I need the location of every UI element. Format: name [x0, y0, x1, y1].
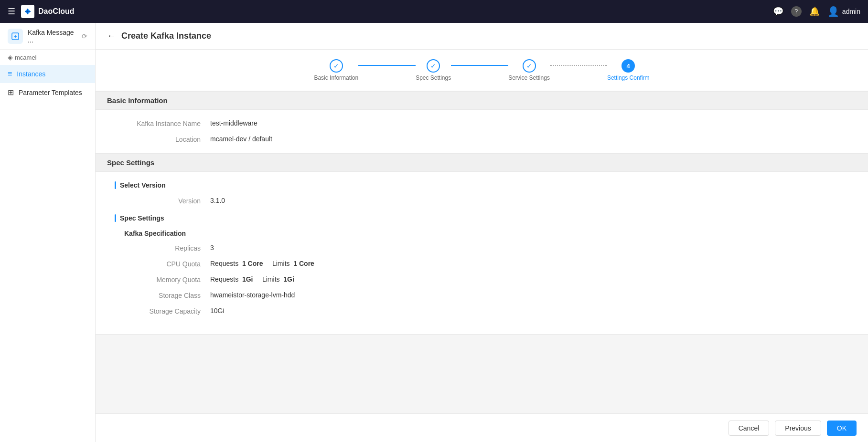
menu-icon[interactable]: ☰	[8, 6, 15, 17]
instances-label: Instances	[17, 70, 45, 78]
app-icon	[8, 29, 23, 44]
back-button[interactable]: ←	[107, 31, 116, 41]
storage-capacity-label: Storage Capacity	[115, 307, 210, 315]
storage-capacity-value: 10Gi	[210, 307, 225, 315]
step-connector-3	[550, 65, 607, 66]
version-label: Version	[115, 197, 210, 205]
memory-quota-label: Memory Quota	[115, 275, 210, 284]
spec-settings-section-header: Spec Settings	[96, 153, 868, 172]
namespace-label: mcamel	[15, 54, 37, 61]
parameter-templates-label: Parameter Templates	[19, 89, 82, 96]
scrollable-content: Basic Information Kafka Instance Name te…	[96, 91, 868, 413]
select-version-subsection: Select Version Version 3.1.0	[115, 181, 849, 205]
cpu-limits-value: 1 Core	[293, 260, 314, 267]
step3-circle: ✓	[523, 59, 536, 73]
ok-button[interactable]: OK	[827, 421, 857, 436]
cpu-limits-label: Limits	[272, 260, 290, 267]
memory-quota-value: Requests 1Gi Limits 1Gi	[210, 275, 294, 283]
step-service-settings: ✓ Service Settings	[508, 59, 550, 81]
wizard-steps: ✓ Basic Information ✓ Spec Settings ✓ Se…	[96, 50, 868, 91]
step2-circle: ✓	[427, 59, 440, 73]
namespace-row: ◈ mcamel	[0, 50, 95, 65]
user-avatar-icon: 👤	[827, 6, 839, 17]
cpu-quota-row: CPU Quota Requests 1 Core Limits 1 Core	[115, 260, 849, 268]
app-name: Kafka Message ...	[28, 29, 77, 44]
help-icon[interactable]: ?	[791, 6, 802, 17]
admin-label: admin	[842, 8, 860, 15]
step1-label: Basic Information	[314, 74, 358, 81]
admin-user-menu[interactable]: 👤 admin	[827, 6, 860, 17]
namespace-icon: ◈	[8, 53, 13, 61]
spec-settings-label: Spec Settings	[120, 214, 164, 222]
sidebar: Kafka Message ... ⟳ ◈ mcamel ≡ Instances…	[0, 23, 96, 442]
kafka-specification-title: Kafka Specification	[115, 230, 849, 237]
sidebar-item-parameter-templates[interactable]: ⊞ Parameter Templates	[0, 83, 95, 102]
spec-settings-section-body: Select Version Version 3.1.0 Spec Settin…	[96, 172, 868, 335]
step-spec-settings: ✓ Spec Settings	[416, 59, 451, 81]
page-header: ← Create Kafka Instance	[96, 23, 868, 50]
spec-settings-subsection: Spec Settings Kafka Specification Replic…	[115, 214, 849, 315]
spec-bar	[115, 214, 116, 222]
sidebar-nav: ≡ Instances ⊞ Parameter Templates	[0, 65, 95, 102]
logo-area: DaoCloud	[21, 5, 75, 18]
step1-circle: ✓	[330, 59, 343, 73]
location-label: Location	[115, 135, 210, 143]
location-row: Location mcamel-dev / default	[115, 135, 849, 143]
step4-circle: 4	[622, 59, 635, 73]
cpu-requests-label: Requests	[210, 260, 238, 267]
memory-requests-value: 1Gi	[242, 275, 253, 283]
storage-class-label: Storage Class	[115, 291, 210, 299]
chat-icon[interactable]: 💬	[773, 6, 783, 17]
page-title: Create Kafka Instance	[121, 31, 211, 41]
memory-limits-label: Limits	[262, 275, 280, 283]
step-basic-information: ✓ Basic Information	[314, 59, 358, 81]
replicas-value: 3	[210, 244, 214, 252]
replicas-label: Replicas	[115, 244, 210, 252]
parameter-templates-icon: ⊞	[8, 88, 14, 97]
content-area: ← Create Kafka Instance ✓ Basic Informat…	[96, 23, 868, 442]
location-value: mcamel-dev / default	[210, 135, 272, 143]
instance-name-row: Kafka Instance Name test-middleware	[115, 119, 849, 127]
sidebar-app-header: Kafka Message ... ⟳	[0, 23, 95, 50]
logo-text: DaoCloud	[38, 7, 75, 16]
cancel-button[interactable]: Cancel	[729, 421, 770, 436]
basic-info-section-body: Kafka Instance Name test-middleware Loca…	[96, 110, 868, 153]
basic-info-section-header: Basic Information	[96, 91, 868, 110]
replicas-row: Replicas 3	[115, 244, 849, 252]
instance-name-label: Kafka Instance Name	[115, 119, 210, 127]
step2-label: Spec Settings	[416, 74, 451, 81]
page-footer: Cancel Previous OK	[96, 413, 868, 442]
sidebar-item-instances[interactable]: ≡ Instances	[0, 65, 95, 83]
bell-icon[interactable]: 🔔	[809, 6, 820, 17]
top-navigation: ☰ DaoCloud 💬 ? 🔔 👤 admin	[0, 0, 868, 23]
refresh-icon[interactable]: ⟳	[82, 32, 87, 40]
storage-class-row: Storage Class hwameistor-storage-lvm-hdd	[115, 291, 849, 299]
cpu-quota-label: CPU Quota	[115, 260, 210, 268]
spec-settings-subtitle: Spec Settings	[115, 214, 849, 222]
storage-class-value: hwameistor-storage-lvm-hdd	[210, 291, 295, 299]
step-settings-confirm: 4 Settings Confirm	[607, 59, 650, 81]
step3-label: Service Settings	[508, 74, 550, 81]
instances-icon: ≡	[8, 70, 12, 78]
select-version-title: Select Version	[115, 181, 849, 189]
version-row: Version 3.1.0	[115, 197, 849, 205]
step4-label: Settings Confirm	[607, 74, 650, 81]
memory-requests-label: Requests	[210, 275, 238, 283]
memory-quota-row: Memory Quota Requests 1Gi Limits 1Gi	[115, 275, 849, 284]
cpu-requests-value: 1 Core	[242, 260, 263, 267]
step-connector-2	[451, 65, 508, 66]
memory-limits-value: 1Gi	[283, 275, 294, 283]
logo-icon	[21, 5, 34, 18]
version-value: 3.1.0	[210, 197, 225, 204]
select-version-label: Select Version	[120, 181, 166, 189]
instance-name-value: test-middleware	[210, 119, 257, 127]
previous-button[interactable]: Previous	[775, 421, 821, 436]
step-connector-1	[358, 65, 416, 66]
cpu-quota-value: Requests 1 Core Limits 1 Core	[210, 260, 314, 267]
storage-capacity-row: Storage Capacity 10Gi	[115, 307, 849, 315]
version-bar	[115, 181, 116, 189]
